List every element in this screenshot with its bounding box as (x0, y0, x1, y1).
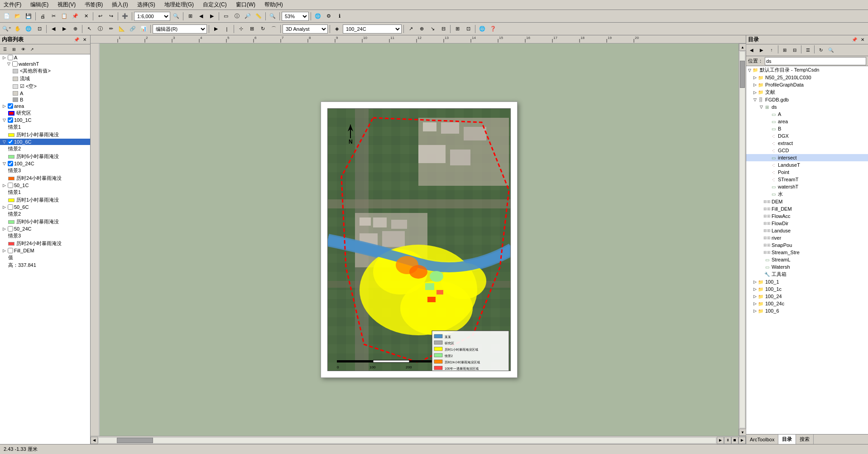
toc-item-scene3[interactable]: 情景3 (0, 167, 90, 174)
select-arrow[interactable]: ↖ (84, 24, 94, 34)
toc-item-50-scene1[interactable]: 情景1 (0, 188, 90, 196)
cat-StreamL[interactable]: ▭ StreamL (746, 256, 868, 263)
tab-arctoolbox[interactable]: ArcToolbox (746, 435, 778, 444)
info-btn[interactable]: ℹ (335, 11, 345, 21)
graph-btn[interactable]: 📊 (139, 24, 149, 34)
hscroll-right-btn[interactable]: ▶ (739, 437, 746, 444)
toc-item-research[interactable]: 研究区 (0, 109, 90, 117)
cat-refresh-btn[interactable]: ↻ (816, 45, 825, 54)
tool-2[interactable]: ⊕ (417, 24, 427, 34)
select-features-btn[interactable]: ▭ (221, 11, 231, 21)
menu-help[interactable]: 帮助(H) (263, 0, 285, 9)
cat-fgdb[interactable]: ▽ 🗄 FGDB.gdb (746, 96, 868, 103)
open-button[interactable]: 📂 (13, 11, 23, 21)
cat-expand-workspace[interactable]: ▽ (747, 68, 752, 72)
cat-expand-100-24c[interactable]: ▷ (753, 301, 757, 306)
toc-item-6h-flood[interactable]: 历时6小时暴雨淹没 (0, 153, 90, 160)
menu-file[interactable]: 文件(F) (2, 0, 23, 9)
analyst-select[interactable]: 3D Analyst (283, 24, 328, 34)
checkbox-100-1c[interactable] (8, 117, 13, 123)
node-btn[interactable]: ⊞ (247, 24, 257, 34)
paste-button[interactable]: 📌 (70, 11, 80, 21)
cat-default-workspace[interactable]: ▽ 📁 默认工作目录 - Temp\Csdn (746, 66, 868, 74)
vscroll-track[interactable] (739, 51, 745, 428)
cat-100-24c[interactable]: ▷ 📁 100_24c (746, 300, 868, 307)
hscroll-track[interactable] (98, 437, 716, 444)
toc-item-fill-dem[interactable]: ▷ Fill_DEM (0, 247, 90, 254)
ruler-btn[interactable]: 📐 (117, 24, 127, 34)
cat-Landuse[interactable]: ⊞⊞ Landuse (746, 227, 868, 234)
cat-100-6[interactable]: ▷ 📁 100_6 (746, 307, 868, 314)
pan-btn[interactable]: ✋ (13, 24, 23, 34)
tool-4[interactable]: ⊟ (438, 24, 448, 34)
cat-ds[interactable]: ▽ ⊞ ds (746, 103, 868, 111)
checkbox-50-1c[interactable] (8, 183, 13, 188)
cat-back-btn[interactable]: ◀ (747, 45, 756, 54)
measure-btn[interactable]: 📏 (254, 11, 264, 21)
print-button[interactable]: 🖨 (38, 11, 48, 21)
next-extent-btn[interactable]: ▶ (207, 11, 217, 21)
cat-watershT[interactable]: ▭ watershT (746, 183, 868, 190)
cat-connect-btn[interactable]: ⊞ (780, 45, 789, 54)
toc-content[interactable]: ▷ A ▽ watershT <其他所有值> 流域 (0, 54, 90, 444)
toc-item-area[interactable]: ▷ area (0, 103, 90, 109)
toc-pin-icon[interactable]: 📌 (73, 36, 80, 43)
checkbox-a[interactable] (8, 55, 13, 60)
menu-window[interactable]: 窗口(W) (234, 0, 257, 9)
rotate-btn[interactable]: ↻ (258, 24, 268, 34)
toc-item-high[interactable]: 高：337.841 (0, 261, 90, 269)
tab-search[interactable]: 搜索 (796, 435, 814, 444)
undo-button[interactable]: ↩ (95, 11, 105, 21)
expand-100-6c[interactable]: ▽ (2, 140, 6, 144)
network-btn[interactable]: ⊞ (452, 24, 462, 34)
menu-customize[interactable]: 自定义(C) (201, 0, 229, 9)
cat-expand-wenxian[interactable]: ▷ (753, 90, 757, 95)
layer-select[interactable]: 100_24C (343, 24, 402, 34)
cat-fwd-btn[interactable]: ▶ (757, 45, 766, 54)
cat-Point[interactable]: ·: Point (746, 169, 868, 176)
toc-item-50-scene3[interactable]: 情景3 (0, 232, 90, 240)
cat-Fill-DEM[interactable]: ⊞⊞ Fill_DEM (746, 205, 868, 213)
toc-item-100-24c[interactable]: ▽ 100_24C (0, 160, 90, 167)
toc-item-50-24c[interactable]: ▷ 50_24C (0, 226, 90, 232)
draw-btn[interactable]: ✏ (106, 24, 116, 34)
find-btn[interactable]: 🔎 (243, 11, 253, 21)
cut-button[interactable]: ✂ (48, 11, 58, 21)
cat-toolbox[interactable]: 🔧 工具箱 (746, 270, 868, 278)
cat-area[interactable]: ▭ area (746, 118, 868, 125)
toc-item-50-scene2[interactable]: 情景2 (0, 210, 90, 218)
toc-item-scene1[interactable]: 情景1 (0, 123, 90, 131)
checkbox-50-6c[interactable] (8, 204, 13, 210)
catalog-close-icon[interactable]: ✕ (859, 36, 866, 43)
edit-tool-2[interactable]: | (222, 24, 232, 34)
zoom-percent-select[interactable]: 53% (282, 12, 309, 21)
cat-expand-100-6[interactable]: ▷ (753, 309, 757, 313)
cat-n50[interactable]: ▷ 📁 N50_25_2010LC030 (746, 74, 868, 81)
toc-item-value[interactable]: 值 (0, 254, 90, 261)
cat-A[interactable]: ▭ A (746, 111, 868, 118)
identify-btn[interactable]: ⓘ (232, 11, 242, 21)
checkbox-100-6c[interactable] (8, 139, 13, 145)
toc-item-liuyu[interactable]: 流域 (0, 75, 90, 82)
save-button[interactable]: 💾 (24, 11, 34, 21)
cat-LanduseT[interactable]: ·: LanduseT (746, 161, 868, 169)
cat-expand-ds[interactable]: ▽ (759, 105, 763, 109)
vscroll-thumb[interactable] (740, 61, 745, 88)
tab-catalog[interactable]: 目录 (778, 435, 796, 444)
menu-view[interactable]: 视图(V) (56, 0, 77, 9)
zoom-in-btn[interactable]: 🔍 (171, 11, 181, 21)
cat-view-btn[interactable]: ☰ (803, 45, 812, 54)
toc-item-50-24h[interactable]: 历时24小时暴雨淹没 (0, 240, 90, 247)
toc-item-50-6h[interactable]: 历时6小时暴雨淹没 (0, 218, 90, 226)
expand-50-6c[interactable]: ▷ (2, 205, 6, 209)
vscroll-up-btn[interactable]: ▲ (739, 43, 746, 51)
editor-select[interactable]: 编辑器(R) (153, 24, 207, 34)
edit-tool-1[interactable]: ▶ (211, 24, 221, 34)
pause-btn[interactable]: ⏸ (724, 437, 731, 444)
cat-Watersh[interactable]: ▭ Watersh (746, 263, 868, 270)
checkbox-watershT[interactable] (12, 61, 18, 67)
cat-disc-btn[interactable]: ⊟ (790, 45, 799, 54)
toc-item-50-1c[interactable]: ▷ 50_1C (0, 182, 90, 188)
back-btn[interactable]: ◀ (48, 24, 58, 34)
catalog-pin-icon[interactable]: 📌 (851, 36, 858, 43)
